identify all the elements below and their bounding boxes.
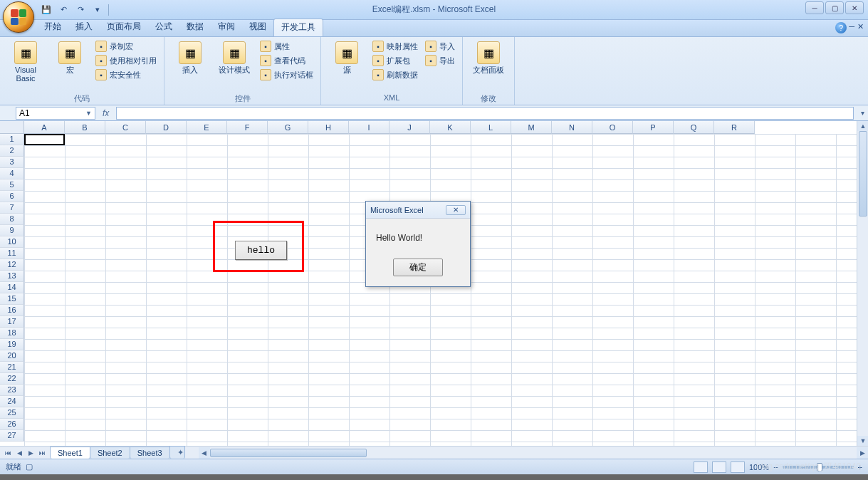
row-header-22[interactable]: 22 — [0, 373, 24, 385]
ribbon-tab-7[interactable]: 开发工具 — [273, 19, 323, 36]
row-header-27[interactable]: 27 — [0, 430, 24, 442]
redo-icon[interactable]: ↷ — [74, 4, 87, 16]
column-header-P[interactable]: P — [633, 121, 674, 134]
scroll-down-icon[interactable]: ▼ — [857, 436, 868, 446]
scroll-right-icon[interactable]: ▶ — [857, 447, 868, 459]
ribbon-tab-4[interactable]: 数据 — [179, 19, 211, 36]
minimize-button[interactable]: ─ — [805, 1, 824, 14]
row-header-16[interactable]: 16 — [0, 305, 24, 316]
ribbon-tab-1[interactable]: 插入 — [68, 19, 100, 36]
active-cell-a1[interactable] — [24, 134, 65, 145]
undo-icon[interactable]: ↶ — [57, 4, 70, 16]
ribbon-tab-2[interactable]: 页面布局 — [100, 19, 148, 36]
zoom-slider[interactable] — [783, 466, 854, 469]
maximize-button[interactable]: ▢ — [825, 1, 844, 14]
row-header-14[interactable]: 14 — [0, 282, 24, 293]
column-header-Q[interactable]: Q — [674, 121, 714, 134]
record-macro-button[interactable]: ▪录制宏 — [94, 40, 158, 53]
name-box[interactable]: A1 ▼ — [16, 107, 95, 120]
scroll-up-icon[interactable]: ▲ — [857, 121, 868, 131]
help-icon[interactable]: ? — [835, 22, 847, 33]
row-header-25[interactable]: 25 — [0, 407, 24, 419]
row-header-6[interactable]: 6 — [0, 191, 24, 202]
save-icon[interactable]: 💾 — [40, 4, 53, 16]
column-header-J[interactable]: J — [389, 121, 430, 134]
hello-macro-button[interactable]: hello — [235, 241, 287, 260]
use-relative-refs-button[interactable]: ▪使用相对引用 — [94, 54, 158, 67]
ribbon-tab-5[interactable]: 审阅 — [211, 19, 242, 36]
row-header-13[interactable]: 13 — [0, 271, 24, 282]
sheet-nav-next-icon[interactable]: ▶ — [26, 448, 36, 458]
row-header-3[interactable]: 3 — [0, 157, 24, 168]
source-button[interactable]: ▦源 — [327, 40, 367, 74]
column-header-N[interactable]: N — [552, 121, 592, 134]
cell-grid[interactable] — [24, 134, 857, 446]
column-header-L[interactable]: L — [471, 121, 511, 134]
document-panel-button[interactable]: ▦文档面板 — [469, 40, 508, 74]
row-header-8[interactable]: 8 — [0, 214, 24, 225]
column-header-B[interactable]: B — [65, 121, 105, 134]
zoom-label[interactable]: 100% — [749, 463, 769, 471]
zoom-in-button[interactable]: + — [858, 463, 862, 471]
ribbon-tab-0[interactable]: 开始 — [37, 19, 68, 36]
name-box-dropdown-icon[interactable]: ▼ — [85, 110, 92, 117]
sheet-nav-first-icon[interactable]: ⏮ — [3, 448, 13, 458]
view-pagebreak-button[interactable] — [731, 461, 745, 473]
qat-dropdown-icon[interactable]: ▾ — [91, 4, 104, 16]
import-button[interactable]: ▪导入 — [424, 40, 456, 53]
column-header-C[interactable]: C — [105, 121, 146, 134]
design-mode-button[interactable]: ▦设计模式 — [214, 40, 254, 74]
row-header-11[interactable]: 11 — [0, 248, 24, 259]
view-normal-button[interactable] — [694, 461, 708, 473]
properties-button[interactable]: ▪属性 — [258, 40, 315, 53]
column-header-H[interactable]: H — [308, 121, 349, 134]
hscroll-thumb[interactable] — [210, 449, 367, 457]
row-header-10[interactable]: 10 — [0, 236, 24, 248]
sheet-nav-last-icon[interactable]: ⏭ — [37, 448, 47, 458]
column-header-G[interactable]: G — [268, 121, 308, 134]
column-header-O[interactable]: O — [592, 121, 633, 134]
office-button[interactable] — [3, 1, 34, 33]
view-pagelayout-button[interactable] — [712, 461, 726, 473]
select-all-corner[interactable] — [0, 121, 24, 134]
row-header-19[interactable]: 19 — [0, 339, 24, 350]
run-dialog-button[interactable]: ▪执行对话框 — [258, 68, 315, 81]
row-header-15[interactable]: 15 — [0, 293, 24, 305]
macro-record-status-icon[interactable]: ▢ — [26, 462, 33, 471]
macro-security-button[interactable]: ▪宏安全性 — [94, 68, 158, 81]
column-header-I[interactable]: I — [349, 121, 389, 134]
sheet-tab-sheet2[interactable]: Sheet2 — [90, 447, 130, 459]
row-header-26[interactable]: 26 — [0, 419, 24, 430]
scroll-left-icon[interactable]: ◀ — [199, 447, 210, 459]
messagebox-ok-button[interactable]: 确定 — [393, 259, 443, 276]
column-header-F[interactable]: F — [227, 121, 268, 134]
row-header-24[interactable]: 24 — [0, 396, 24, 407]
row-header-1[interactable]: 1 — [0, 134, 24, 145]
insert-control-button[interactable]: ▦插入 — [170, 40, 210, 74]
column-header-M[interactable]: M — [511, 121, 552, 134]
macros-button[interactable]: ▦宏 — [50, 40, 90, 74]
column-header-K[interactable]: K — [430, 121, 471, 134]
visual-basic-button[interactable]: ▦Visual Basic — [6, 40, 46, 83]
row-header-5[interactable]: 5 — [0, 179, 24, 191]
zoom-out-button[interactable]: − — [773, 463, 778, 471]
new-sheet-button[interactable]: ✦ — [169, 446, 185, 459]
workbook-close-icon[interactable]: ✕ — [857, 22, 864, 31]
row-header-23[interactable]: 23 — [0, 385, 24, 396]
row-header-18[interactable]: 18 — [0, 328, 24, 339]
vertical-scrollbar[interactable]: ▲ ▼ — [857, 121, 868, 446]
row-header-12[interactable]: 12 — [0, 259, 24, 271]
fx-button[interactable]: fx — [100, 108, 112, 118]
column-header-E[interactable]: E — [187, 121, 227, 134]
ribbon-tab-6[interactable]: 视图 — [242, 19, 273, 36]
sheet-nav-prev-icon[interactable]: ◀ — [14, 448, 24, 458]
row-header-17[interactable]: 17 — [0, 316, 24, 328]
row-header-2[interactable]: 2 — [0, 145, 24, 157]
vscroll-thumb[interactable] — [859, 131, 867, 216]
messagebox-close-button[interactable]: ✕ — [446, 205, 466, 215]
map-properties-button[interactable]: ▪映射属性 — [371, 40, 419, 53]
zoom-slider-thumb[interactable] — [817, 463, 822, 471]
sheet-tab-sheet1[interactable]: Sheet1 — [50, 447, 90, 459]
row-header-20[interactable]: 20 — [0, 350, 24, 362]
close-button[interactable]: ✕ — [845, 1, 864, 14]
